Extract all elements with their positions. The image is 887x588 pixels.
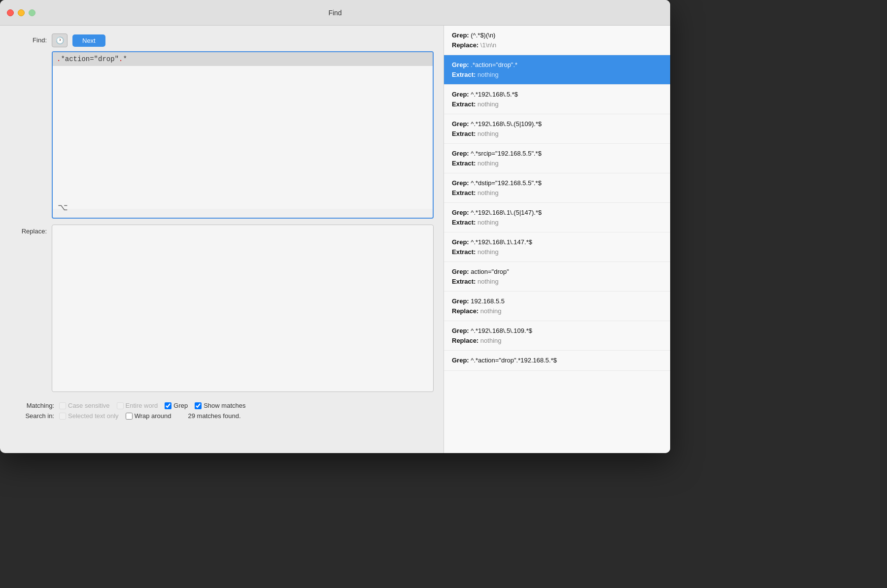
- selected-text-checkbox[interactable]: [59, 413, 66, 420]
- history-item[interactable]: Grep: 192.168.5.5Replace: nothing: [444, 292, 670, 321]
- history-item[interactable]: Grep: ^.*192\.168\.5.*$Extract: nothing: [444, 85, 670, 114]
- find-label: Find:: [10, 33, 47, 44]
- find-star2: *: [123, 55, 127, 63]
- find-input-body[interactable]: [53, 66, 433, 209]
- replace-input-wrapper[interactable]: [52, 225, 434, 392]
- case-sensitive-checkbox-item: Case sensitive: [59, 402, 110, 409]
- dialog-content: Find: 🕐 Next .*action="drop".* ⌥: [0, 26, 670, 453]
- find-input-wrapper: .*action="drop".* ⌥: [52, 51, 434, 219]
- history-item[interactable]: Grep: ^.*srcip="192.168.5.5".*$Extract: …: [444, 144, 670, 173]
- selected-text-checkbox-item: Selected text only: [59, 412, 119, 420]
- minimize-button[interactable]: [18, 9, 25, 16]
- grep-label: Grep: [173, 402, 188, 409]
- history-item[interactable]: Grep: ^.*192\.168\.1\.147.*$Extract: not…: [444, 232, 670, 262]
- matching-row: Matching: Case sensitive Entire word Gre…: [10, 402, 434, 409]
- replace-row: Replace:: [10, 225, 434, 392]
- find-input-top: .*action="drop".*: [53, 52, 433, 66]
- find-dialog: Find Find: 🕐 Next .*action="drop".*: [0, 0, 670, 453]
- history-button[interactable]: 🕐: [52, 33, 68, 47]
- find-star1: *: [61, 55, 65, 63]
- status-text: 29 matches found.: [188, 412, 241, 420]
- wrap-around-checkbox[interactable]: [126, 413, 133, 420]
- grep-checkbox-item: Grep: [165, 402, 188, 409]
- show-matches-checkbox-item: Show matches: [195, 402, 245, 409]
- regex-icon: ⌥: [58, 202, 68, 213]
- grep-checkbox[interactable]: [165, 402, 171, 409]
- title-bar: Find: [0, 0, 670, 26]
- wrap-around-label: Wrap around: [135, 412, 171, 420]
- wrap-around-checkbox-item: Wrap around: [126, 412, 171, 420]
- find-action: action="drop": [65, 55, 119, 63]
- history-panel: Grep: (^.*$)(\n)Replace: \1\n\nGrep: .*a…: [444, 26, 670, 453]
- history-item[interactable]: Grep: ^.*action="drop".*192.168.5.*$: [444, 351, 670, 371]
- search-in-label: Search in:: [10, 412, 54, 420]
- history-item[interactable]: Grep: ^.*192\.168\.5\.109.*$Replace: not…: [444, 321, 670, 351]
- dialog-title: Find: [328, 9, 341, 17]
- entire-word-checkbox[interactable]: [117, 402, 124, 409]
- case-sensitive-checkbox[interactable]: [59, 402, 66, 409]
- selected-text-label: Selected text only: [68, 412, 119, 420]
- replace-label: Replace:: [10, 225, 47, 235]
- case-sensitive-label: Case sensitive: [68, 402, 110, 409]
- maximize-button: [29, 9, 35, 16]
- close-button[interactable]: [7, 9, 14, 16]
- history-item[interactable]: Grep: action="drop"Extract: nothing: [444, 262, 670, 292]
- history-item[interactable]: Grep: ^.*192\.168\.5\.(5|109).*$Extract:…: [444, 114, 670, 144]
- entire-word-label: Entire word: [126, 402, 158, 409]
- show-matches-label: Show matches: [204, 402, 245, 409]
- show-matches-checkbox[interactable]: [195, 402, 202, 409]
- left-panel: Find: 🕐 Next .*action="drop".* ⌥: [0, 26, 444, 453]
- find-row: Find: 🕐 Next .*action="drop".* ⌥: [10, 33, 434, 219]
- next-button[interactable]: Next: [72, 34, 105, 47]
- search-in-row: Search in: Selected text only Wrap aroun…: [10, 412, 434, 420]
- matching-label: Matching:: [10, 402, 54, 409]
- traffic-lights: [7, 9, 35, 16]
- find-input-text: .*action="drop".*: [57, 55, 127, 63]
- history-item[interactable]: Grep: ^.*192\.168\.1\.(5|147).*$Extract:…: [444, 203, 670, 232]
- history-item[interactable]: Grep: (^.*$)(\n)Replace: \1\n\n: [444, 26, 670, 55]
- history-item[interactable]: Grep: .*action="drop".*Extract: nothing: [444, 55, 670, 85]
- bottom-controls: Matching: Case sensitive Entire word Gre…: [10, 398, 434, 423]
- history-item[interactable]: Grep: ^.*dstip="192.168.5.5".*$Extract: …: [444, 173, 670, 203]
- entire-word-checkbox-item: Entire word: [117, 402, 158, 409]
